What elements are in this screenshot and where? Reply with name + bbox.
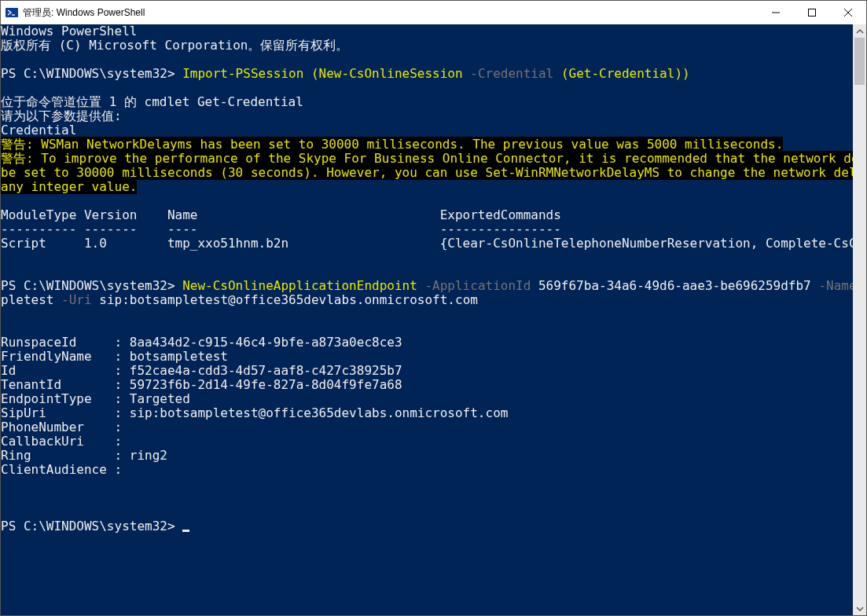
title-bar[interactable]: 管理员: Windows PowerShell <box>1 1 866 24</box>
maximize-button[interactable] <box>794 1 830 24</box>
parameter: -Uri <box>61 292 92 307</box>
svg-rect-1 <box>809 9 816 16</box>
paren: )) <box>674 66 689 81</box>
scroll-up-button[interactable] <box>853 24 866 38</box>
parameter: -Credential <box>470 66 553 81</box>
space <box>303 66 311 81</box>
warning-line: 警告: To improve the performance of the Sk… <box>1 151 853 166</box>
space <box>463 66 471 81</box>
powershell-icon <box>6 6 18 19</box>
output-line: Id : f52cae4a-cdd3-4d57-aaf8-c427c38925b… <box>1 363 402 378</box>
warning-line: be set to 30000 milliseconds (30 seconds… <box>1 165 853 180</box>
cmdlet: Get-Credential <box>569 66 675 81</box>
banner-line: Windows PowerShell <box>1 24 137 38</box>
credential-prompt: 位于命令管道位置 1 的 cmdlet Get-Credential <box>1 94 303 109</box>
output-line: TenantId : 59723f6b-2d14-49fe-827a-8d04f… <box>1 377 402 392</box>
space <box>92 292 100 307</box>
copyright-line: 版权所有 (C) Microsoft Corporation。保留所有权利。 <box>1 38 348 53</box>
cmdlet: New-CsOnlineApplicationEndpoint <box>182 278 417 293</box>
cmdlet: Import-PSSession <box>182 66 303 81</box>
parameter: -ApplicationId <box>424 278 531 293</box>
paren: ( <box>561 66 569 81</box>
argument: pletest <box>1 292 53 307</box>
space <box>53 292 61 307</box>
output-line: FriendlyName : botsampletest <box>1 349 228 364</box>
prompt: PS C:\WINDOWS\system32> <box>1 519 182 534</box>
table-separator: ---------- ------- ---- ---------------- <box>1 222 561 236</box>
table-header: ModuleType Version Name ExportedCommands <box>1 207 561 222</box>
cursor <box>182 530 189 532</box>
space <box>531 278 538 293</box>
paren: ( <box>311 66 319 81</box>
close-button[interactable] <box>830 1 866 24</box>
output-line: PhoneNumber : <box>1 420 122 434</box>
output-line: CallbackUri : <box>1 434 122 449</box>
vertical-scrollbar[interactable] <box>853 24 866 615</box>
terminal-area: Windows PowerShell 版权所有 (C) Microsoft Co… <box>1 24 866 615</box>
credential-prompt: Credential <box>1 123 76 138</box>
warning-line: any integer value. <box>1 179 137 194</box>
parameter: -Name <box>818 278 853 293</box>
space <box>417 278 425 293</box>
output-line: Ring : ring2 <box>1 448 167 463</box>
powershell-window: 管理员: Windows PowerShell Windows PowerShe… <box>0 0 867 616</box>
credential-prompt: 请为以下参数提供值: <box>1 108 122 123</box>
scrollbar-thumb[interactable] <box>854 38 865 85</box>
output-line: EndpointType : Targeted <box>1 391 190 406</box>
argument: sip:botsampletest@office365devlabs.onmic… <box>99 292 478 307</box>
warning-line: 警告: WSMan NetworkDelayms has been set to… <box>1 137 783 152</box>
prompt: PS C:\WINDOWS\system32> <box>1 66 182 81</box>
scroll-down-button[interactable] <box>853 602 866 615</box>
output-line: ClientAudience : <box>1 462 122 477</box>
prompt: PS C:\WINDOWS\system32> <box>1 278 182 293</box>
argument: 569f67ba-34a6-49d6-aae3-be696259dfb7 <box>538 278 811 293</box>
output-line: RunspaceId : 8aa434d2-c915-46c4-9bfe-a87… <box>1 335 402 350</box>
output-line: SipUri : sip:botsampletest@office365devl… <box>1 405 508 420</box>
window-controls <box>758 1 866 24</box>
minimize-button[interactable] <box>758 1 794 24</box>
window-title: 管理员: Windows PowerShell <box>23 6 145 20</box>
title-bar-left: 管理员: Windows PowerShell <box>1 6 145 20</box>
scrollbar-track[interactable] <box>853 38 866 602</box>
terminal-output[interactable]: Windows PowerShell 版权所有 (C) Microsoft Co… <box>1 24 853 615</box>
space <box>553 66 561 81</box>
cmdlet: New-CsOnlineSession <box>319 66 463 81</box>
table-row: Script 1.0 tmp_xxo51hnm.b2n {Clear-CsOnl… <box>1 236 853 251</box>
space <box>811 278 819 293</box>
